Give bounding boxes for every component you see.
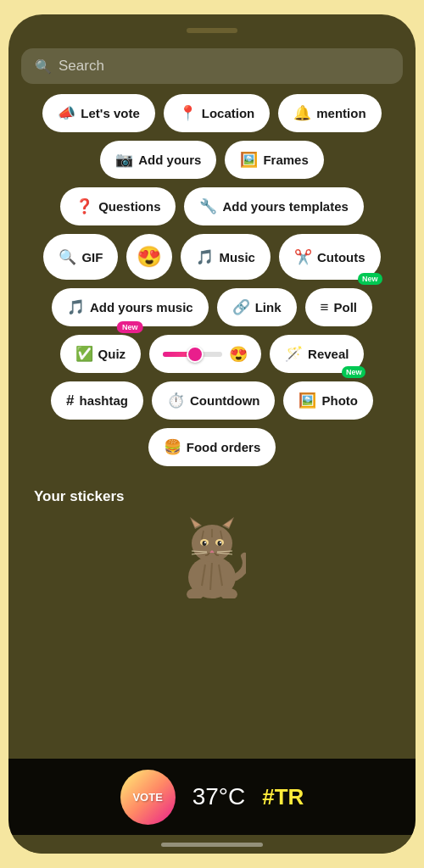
photo-icon: 🖼️ bbox=[298, 392, 316, 409]
slider-track bbox=[163, 352, 222, 357]
music-icon: 🎵 bbox=[196, 248, 214, 266]
sticker-row-3: ❓ Questions 🔧 Add yours templates bbox=[21, 187, 403, 225]
link-icon: 🔗 bbox=[232, 298, 250, 316]
at-icon: 🔔 bbox=[293, 104, 311, 122]
heart-eyes-emoji: 😍 bbox=[137, 245, 162, 269]
home-indicator bbox=[8, 835, 416, 854]
poll-button[interactable]: ≡ Poll bbox=[305, 288, 372, 326]
link-button[interactable]: 🔗 Link bbox=[217, 288, 297, 326]
reveal-new-badge: New bbox=[342, 366, 366, 378]
sticker-row-7: # hashtag ⏱️ Countdown 🖼️ Photo bbox=[21, 381, 403, 420]
svg-point-17 bbox=[220, 542, 221, 543]
search-icon: 🔍 bbox=[35, 58, 52, 75]
temperature-display: 37°C bbox=[192, 783, 246, 810]
cat-sticker-container bbox=[34, 514, 390, 598]
camera-icon: 📷 bbox=[115, 151, 133, 169]
search-placeholder: Search bbox=[59, 58, 104, 75]
sticker-row-4: 🔍 GIF 😍 🎵 Music ✂️ Cutouts New bbox=[21, 234, 403, 280]
hashtag-button[interactable]: # hashtag bbox=[51, 381, 143, 420]
templates-icon: 🔧 bbox=[199, 198, 217, 215]
gif-button[interactable]: 🔍 GIF bbox=[43, 234, 118, 280]
search-bar[interactable]: 🔍 Search bbox=[21, 48, 403, 84]
add-yours-music-new-badge: New bbox=[117, 321, 143, 333]
music-button[interactable]: 🎵 Music bbox=[181, 234, 271, 280]
reveal-button[interactable]: 🪄 Reveal New bbox=[270, 335, 364, 373]
add-yours-templates-button[interactable]: 🔧 Add yours templates bbox=[184, 187, 363, 225]
hashtag-preview: #TR bbox=[262, 784, 304, 810]
scissors-icon: ✂️ bbox=[294, 248, 312, 266]
sticker-grid: 📣 Let's vote 📍 Location 🔔 mention 📷 Add … bbox=[8, 94, 416, 759]
your-stickers-section: Your stickers bbox=[21, 475, 403, 607]
location-button[interactable]: 📍 Location bbox=[164, 94, 271, 132]
lets-vote-button[interactable]: 📣 Let's vote bbox=[42, 94, 154, 132]
gif-search-icon: 🔍 bbox=[59, 248, 76, 266]
photo-button[interactable]: 🖼️ Photo bbox=[283, 381, 373, 420]
quiz-check-icon: ✅ bbox=[75, 345, 93, 363]
mention-button[interactable]: 🔔 mention bbox=[278, 94, 381, 132]
poll-icon: ≡ bbox=[321, 299, 329, 316]
frames-button[interactable]: 🖼️ Frames bbox=[225, 141, 323, 179]
sticker-row-1: 📣 Let's vote 📍 Location 🔔 mention bbox=[21, 94, 403, 132]
notch bbox=[187, 28, 237, 33]
questions-button[interactable]: ❓ Questions bbox=[60, 187, 176, 225]
questions-icon: ❓ bbox=[75, 198, 93, 215]
slider-emoji: 😍 bbox=[229, 345, 248, 364]
add-yours-music-button[interactable]: 🎵 Add yours music New bbox=[52, 288, 209, 326]
vote-inner: VOTE bbox=[120, 770, 176, 825]
location-icon: 📍 bbox=[179, 104, 197, 122]
svg-point-14 bbox=[203, 541, 207, 546]
reveal-icon: 🪄 bbox=[285, 345, 303, 363]
bottom-bar: VOTE 37°C #TR bbox=[8, 759, 416, 835]
vote-sticker[interactable]: VOTE bbox=[120, 770, 176, 825]
sticker-row-5: 🎵 Add yours music New 🔗 Link ≡ Poll bbox=[21, 288, 403, 326]
music-add-icon: 🎵 bbox=[67, 298, 85, 316]
food-icon: 🍔 bbox=[164, 438, 181, 456]
megaphone-icon: 📣 bbox=[58, 104, 75, 122]
home-bar bbox=[161, 843, 263, 847]
quiz-button[interactable]: ✅ Quiz bbox=[60, 335, 142, 373]
phone-frame: 🔍 Search 📣 Let's vote 📍 Location 🔔 menti… bbox=[8, 14, 416, 854]
status-bar bbox=[8, 14, 416, 40]
cutouts-new-badge: New bbox=[358, 273, 382, 285]
emoji-button[interactable]: 😍 bbox=[126, 234, 172, 280]
cutouts-button[interactable]: ✂️ Cutouts New bbox=[279, 234, 381, 280]
add-yours-button[interactable]: 📷 Add yours bbox=[100, 141, 216, 179]
cat-sticker-image[interactable] bbox=[178, 514, 246, 598]
your-stickers-label: Your stickers bbox=[34, 488, 124, 504]
hashtag-icon: # bbox=[66, 392, 74, 409]
svg-point-16 bbox=[204, 542, 206, 543]
emoji-slider-button[interactable]: 😍 bbox=[149, 335, 261, 373]
sticker-row-8: 🍔 Food orders bbox=[21, 428, 403, 466]
countdown-button[interactable]: ⏱️ Countdown bbox=[152, 381, 275, 420]
countdown-icon: ⏱️ bbox=[167, 392, 185, 409]
food-orders-button[interactable]: 🍔 Food orders bbox=[148, 428, 276, 466]
slider-thumb[interactable] bbox=[187, 346, 204, 363]
sticker-row-6: ✅ Quiz 😍 🪄 Reveal New bbox=[21, 335, 403, 373]
sticker-row-2: 📷 Add yours 🖼️ Frames bbox=[21, 141, 403, 179]
svg-point-15 bbox=[218, 541, 222, 546]
frames-icon: 🖼️ bbox=[240, 151, 258, 169]
